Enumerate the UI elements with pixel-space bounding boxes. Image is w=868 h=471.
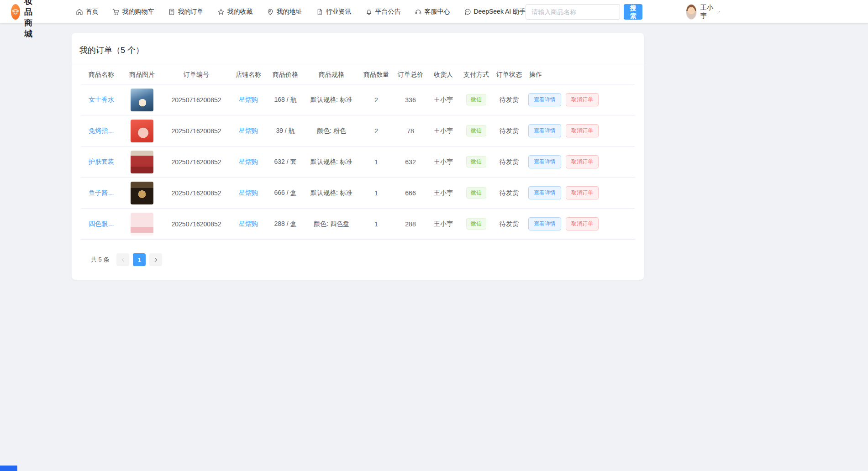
product-price: 288 / 盒 (266, 220, 305, 228)
product-image[interactable] (131, 151, 153, 173)
chevron-right-icon (153, 257, 158, 262)
cancel-order-button[interactable]: 取消订单 (566, 93, 599, 106)
product-price: 632 / 套 (266, 158, 305, 166)
order-total: 78 (394, 127, 427, 135)
cancel-order-button[interactable]: 取消订单 (566, 124, 599, 137)
brand-logo-icon (11, 4, 20, 20)
pagination: 共 5 条 1 (91, 253, 635, 266)
nav-item-cart[interactable]: 我的购物车 (112, 8, 154, 16)
column-header-status: 订单状态 (493, 71, 526, 79)
store-name-link[interactable]: 星熠购 (231, 220, 266, 228)
actions-cell: 查看详情 取消订单 (526, 124, 635, 137)
nav-item-address[interactable]: 我的地址 (267, 8, 302, 16)
product-image[interactable] (131, 213, 153, 236)
nav-item-orders[interactable]: 我的订单 (168, 8, 204, 16)
star-icon (217, 8, 225, 16)
column-header-actions: 操作 (526, 71, 635, 79)
pagination-next-button[interactable] (149, 253, 162, 266)
order-number: 20250716200852 (162, 96, 231, 104)
nav-item-home[interactable]: 首页 (76, 8, 99, 16)
column-header-spec: 商品规格 (305, 71, 358, 79)
order-status: 待发货 (493, 158, 526, 166)
order-status: 待发货 (493, 127, 526, 135)
product-image-cell (122, 213, 162, 236)
user-name: 王小宇 (700, 4, 713, 20)
product-spec: 颜色: 四色盘 (305, 220, 358, 228)
nav-label: 我的购物车 (122, 8, 154, 16)
product-quantity: 1 (358, 220, 394, 228)
column-header-payment: 支付方式 (460, 71, 493, 79)
recipient-name: 王小宇 (427, 220, 460, 228)
product-quantity: 1 (358, 189, 394, 197)
view-details-button[interactable]: 查看详情 (528, 186, 561, 199)
cancel-order-button[interactable]: 取消订单 (566, 155, 599, 168)
column-header-quantity: 商品数量 (358, 71, 394, 79)
nav-label: 客服中心 (425, 8, 450, 16)
order-total: 632 (394, 158, 427, 166)
nav-item-industry-news[interactable]: 行业资讯 (316, 8, 352, 16)
floating-widget[interactable] (0, 466, 17, 471)
home-icon (76, 8, 83, 16)
store-name-link[interactable]: 星熠购 (231, 96, 266, 104)
store-name-link[interactable]: 星熠购 (231, 127, 266, 135)
main-nav: 首页 我的购物车 我的订单 我的收藏 我的地址 行业资讯 平台公告 客服中心 (76, 8, 526, 16)
product-quantity: 2 (358, 127, 394, 135)
view-details-button[interactable]: 查看详情 (528, 124, 561, 137)
card-header: 我的订单（5 个） (72, 33, 644, 65)
view-details-button[interactable]: 查看详情 (528, 217, 561, 230)
search-button[interactable]: 搜索 (624, 4, 642, 20)
product-image[interactable] (131, 120, 153, 142)
view-details-button[interactable]: 查看详情 (528, 93, 561, 106)
news-icon (316, 8, 323, 16)
actions-cell: 查看详情 取消订单 (526, 186, 635, 199)
nav-item-favorites[interactable]: 我的收藏 (217, 8, 253, 16)
nav-item-ai-assistant[interactable]: DeepSeek AI 助手 (464, 8, 526, 16)
order-number: 20250716200852 (162, 189, 231, 197)
product-name-link[interactable]: 护肤套装 (81, 158, 122, 166)
order-number: 20250716200852 (162, 220, 231, 228)
pagination-prev-button[interactable] (116, 253, 129, 266)
table-row: 四色眼… 20250716200852 星熠购 288 / 盒 颜色: 四色盘 … (81, 209, 635, 240)
order-status: 待发货 (493, 189, 526, 197)
payment-cell: 微信 (460, 156, 493, 167)
product-name-link[interactable]: 女士香水 (81, 96, 122, 104)
chevron-down-icon (717, 9, 721, 15)
payment-badge: 微信 (466, 218, 486, 230)
bell-icon (365, 8, 373, 16)
store-name-link[interactable]: 星熠购 (231, 158, 266, 166)
cancel-order-button[interactable]: 取消订单 (566, 217, 599, 230)
store-name-link[interactable]: 星熠购 (231, 189, 266, 197)
product-name-link[interactable]: 鱼子酱… (81, 189, 122, 197)
product-price: 39 / 瓶 (266, 127, 305, 135)
nav-item-announcements[interactable]: 平台公告 (365, 8, 401, 16)
product-image[interactable] (131, 89, 153, 111)
product-image[interactable] (131, 182, 153, 204)
nav-item-customer-service[interactable]: 客服中心 (415, 8, 450, 16)
view-details-button[interactable]: 查看详情 (528, 155, 561, 168)
table-row: 护肤套装 20250716200852 星熠购 632 / 套 默认规格: 标准… (81, 147, 635, 178)
brand[interactable]: 化妆品商城 (11, 0, 39, 39)
product-image-cell (122, 182, 162, 204)
search-input[interactable] (526, 4, 620, 20)
user-menu[interactable]: 王小宇 (686, 4, 721, 20)
product-name-link[interactable]: 四色眼… (81, 220, 122, 228)
product-name-link[interactable]: 免烤指… (81, 127, 122, 135)
payment-badge: 微信 (466, 187, 486, 199)
column-header-price: 商品价格 (266, 71, 305, 79)
product-image-cell (122, 120, 162, 142)
recipient-name: 王小宇 (427, 127, 460, 135)
cart-icon (112, 8, 120, 16)
table-header-row: 商品名称 商品图片 订单编号 店铺名称 商品价格 商品规格 商品数量 订单总价 … (81, 65, 635, 84)
recipient-name: 王小宇 (427, 189, 460, 197)
nav-label: 平台公告 (375, 8, 401, 16)
product-image-cell (122, 89, 162, 111)
order-status: 待发货 (493, 220, 526, 228)
product-price: 168 / 瓶 (266, 96, 305, 104)
orders-icon (168, 8, 175, 16)
ai-chat-icon (464, 8, 471, 16)
cancel-order-button[interactable]: 取消订单 (566, 186, 599, 199)
table-row: 免烤指… 20250716200852 星熠购 39 / 瓶 颜色: 粉色 2 … (81, 115, 635, 147)
column-header-store-name: 店铺名称 (231, 71, 266, 79)
pagination-page-1[interactable]: 1 (133, 253, 146, 266)
table-row: 鱼子酱… 20250716200852 星熠购 666 / 盒 默认规格: 标准… (81, 178, 635, 209)
